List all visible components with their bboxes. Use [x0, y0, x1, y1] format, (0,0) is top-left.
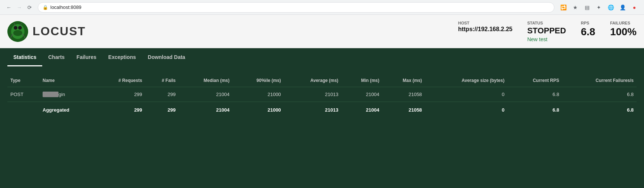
col-percentile90: 90%ile (ms): [233, 74, 284, 87]
browser-actions: 🔁 ★ ▤ ✦ 🌐 👤 ●: [558, 2, 640, 13]
agg-median: 21004: [178, 102, 233, 118]
blurred-name: [43, 92, 59, 97]
cell-percentile90: 21000: [233, 87, 284, 102]
col-max: Max (ms): [382, 74, 425, 87]
nav-buttons: ← → ⟳: [4, 3, 34, 12]
failures-stat: FAILURES 100%: [610, 21, 637, 38]
tab-charts[interactable]: Charts: [42, 49, 70, 66]
tab-download-data[interactable]: Download Data: [142, 49, 191, 66]
svg-point-6: [13, 30, 22, 36]
status-label: STATUS: [527, 21, 566, 25]
bookmark-icon[interactable]: ★: [570, 2, 580, 13]
agg-min: 21004: [341, 102, 383, 118]
cell-median: 21004: [178, 87, 233, 102]
agg-current-failures: 6.8: [562, 102, 637, 118]
address-bar[interactable]: 🔒 localhost:8089: [38, 2, 554, 13]
failures-label: FAILURES: [610, 21, 637, 25]
col-average: Average (ms): [284, 74, 341, 87]
nav-tabs: Statistics Charts Failures Exceptions Do…: [0, 48, 644, 67]
rps-value: 6.8: [581, 26, 595, 38]
cell-average: 21013: [284, 87, 341, 102]
forward-button[interactable]: →: [15, 3, 24, 12]
app-header: LOCUST HOST https://192.168.2.25 STATUS …: [0, 15, 644, 48]
cell-fails: 299: [145, 87, 178, 102]
aggregated-row: Aggregated 299 299 21004 21000 21013 210…: [7, 102, 637, 118]
col-median: Median (ms): [178, 74, 233, 87]
svg-point-2: [14, 26, 17, 30]
tab-statistics[interactable]: Statistics: [7, 49, 42, 66]
agg-empty: [7, 102, 40, 118]
tab-failures[interactable]: Failures: [71, 49, 103, 66]
col-current-failures: Current Failures/s: [562, 74, 637, 87]
table-row: POST gin 299 299 21004 21000 21013 21004…: [7, 87, 637, 102]
cell-current-rps: 6.8: [507, 87, 562, 102]
cell-requests: 299: [95, 87, 145, 102]
agg-percentile90: 21000: [233, 102, 284, 118]
col-name: Name: [40, 74, 95, 87]
cell-name: gin: [40, 87, 95, 102]
agg-requests: 299: [95, 102, 145, 118]
chrome-extension-icon[interactable]: ✦: [594, 2, 604, 13]
col-fails: # Fails: [145, 74, 178, 87]
back-button[interactable]: ←: [4, 3, 13, 12]
agg-label: Aggregated: [40, 102, 95, 118]
stats-table: Type Name # Requests # Fails Median (ms)…: [7, 74, 637, 117]
logo-area: LOCUST: [7, 21, 86, 42]
logo-text: LOCUST: [33, 24, 86, 38]
reload-button[interactable]: ⟳: [25, 3, 34, 12]
status-value: STOPPED: [527, 26, 566, 36]
host-label: HOST: [458, 21, 513, 25]
tab-exceptions[interactable]: Exceptions: [102, 49, 142, 66]
cell-max: 21058: [382, 87, 425, 102]
globe-icon[interactable]: 🌐: [605, 2, 616, 13]
translate-icon[interactable]: 🔁: [558, 2, 568, 13]
new-test-link[interactable]: New test: [527, 36, 566, 42]
host-value: https://192.168.2.25: [458, 26, 513, 33]
agg-max: 21058: [382, 102, 425, 118]
svg-point-3: [18, 26, 22, 30]
col-current-rps: Current RPS: [507, 74, 562, 87]
cell-avg-size: 0: [425, 87, 507, 102]
agg-fails: 299: [145, 102, 178, 118]
status-stat: STATUS STOPPED New test: [527, 21, 566, 42]
cell-type: POST: [7, 87, 40, 102]
agg-average: 21013: [284, 102, 341, 118]
table-header-row: Type Name # Requests # Fails Median (ms)…: [7, 74, 637, 87]
failures-value: 100%: [610, 26, 637, 38]
col-requests: # Requests: [95, 74, 145, 87]
cell-current-failures: 6.8: [562, 87, 637, 102]
header-stats: HOST https://192.168.2.25 STATUS STOPPED…: [458, 21, 637, 42]
lock-icon: 🔒: [43, 5, 48, 10]
rps-stat: RPS 6.8: [581, 21, 595, 38]
agg-avg-size: 0: [425, 102, 507, 118]
cell-min: 21004: [341, 87, 383, 102]
close-icon[interactable]: ●: [629, 2, 640, 13]
browser-chrome: ← → ⟳ 🔒 localhost:8089 🔁 ★ ▤ ✦ 🌐 👤 ●: [0, 0, 644, 15]
col-avg-size: Average size (bytes): [425, 74, 507, 87]
col-type: Type: [7, 74, 40, 87]
profile-icon[interactable]: 👤: [617, 2, 628, 13]
rps-label: RPS: [581, 21, 595, 25]
main-content: Type Name # Requests # Fails Median (ms)…: [0, 67, 644, 185]
extensions-icon[interactable]: ▤: [582, 2, 592, 13]
watermark: @51CTO博客: [0, 185, 644, 188]
url-text: localhost:8089: [50, 4, 81, 10]
agg-current-rps: 6.8: [507, 102, 562, 118]
col-min: Min (ms): [341, 74, 383, 87]
host-stat: HOST https://192.168.2.25: [458, 21, 513, 33]
locust-logo-icon: [7, 21, 28, 42]
